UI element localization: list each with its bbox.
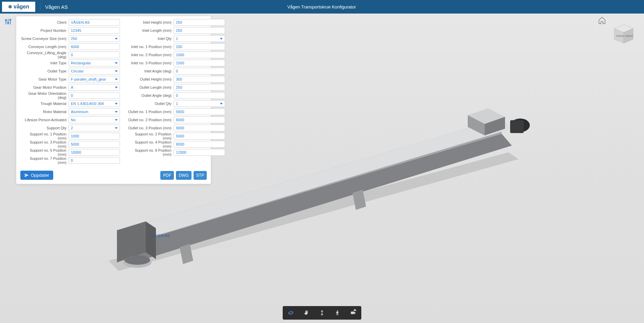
support-6-position-field[interactable] bbox=[174, 149, 225, 156]
support-1-position-field[interactable] bbox=[68, 133, 120, 139]
form-row: Inlet no. 3 Position (mm) bbox=[125, 59, 225, 67]
form-label: Support no. 1 Position (mm) bbox=[20, 132, 67, 140]
camera-tool[interactable] bbox=[348, 308, 358, 318]
form-grid: ClientProject NumberScrew Conveyor Size … bbox=[20, 18, 207, 165]
logo-icon: ❄ bbox=[8, 4, 12, 9]
form-label: Conveyor_Lifting_Angle (deg) bbox=[20, 51, 67, 59]
outlet-length-field[interactable] bbox=[174, 84, 225, 91]
inlet-length-field[interactable] bbox=[174, 27, 225, 34]
form-row: Support no. 1 Position (mm) bbox=[20, 132, 120, 140]
outlet-1-position-field[interactable] bbox=[174, 108, 225, 115]
inlet-angle-field[interactable] bbox=[174, 68, 225, 74]
inlet-height-field[interactable] bbox=[174, 19, 225, 26]
settings-icon[interactable] bbox=[3, 16, 14, 27]
form-label: Outlet Type bbox=[20, 69, 67, 73]
dwg-button[interactable]: DWG bbox=[176, 171, 191, 180]
viewcube-front-label: FRONT bbox=[616, 35, 625, 38]
support-qty-select[interactable]: 2 bbox=[68, 125, 120, 131]
form-label: Support no. 6 Position (mm) bbox=[125, 148, 172, 156]
form-label: Support no. 5 Position (mm) bbox=[20, 148, 67, 156]
form-row: Outlet Angle (deg) bbox=[125, 91, 225, 100]
gear-motor-position-select[interactable]: A bbox=[68, 84, 120, 91]
gear-motor-type-select[interactable]: F-parallel_shaft_gear bbox=[68, 76, 120, 83]
svg-marker-13 bbox=[117, 221, 146, 262]
inlet-1-position-field[interactable] bbox=[174, 43, 225, 50]
support-4-position-field[interactable] bbox=[174, 141, 225, 148]
company-name: Vågen AS bbox=[45, 4, 68, 10]
form-label: Inlet no. 3 Position (mm) bbox=[125, 61, 172, 65]
form-label: Outlet Qty bbox=[125, 102, 172, 106]
form-label: Outlet no. 1 Position (mm) bbox=[125, 110, 172, 114]
form-row: Support no. 7 Position (mm) bbox=[20, 156, 120, 165]
product-name: Vågen Transportskrue Konfigurator bbox=[287, 4, 356, 9]
orbit-tool[interactable] bbox=[286, 308, 296, 318]
svg-point-28 bbox=[337, 310, 338, 311]
svg-point-16 bbox=[124, 255, 150, 265]
pdf-button[interactable]: PDF bbox=[160, 171, 174, 180]
lifesize-person-select[interactable]: No bbox=[68, 116, 120, 123]
viewcube[interactable]: FRONT RIGHT bbox=[609, 19, 636, 46]
update-button-label: Oppdater bbox=[31, 173, 49, 178]
form-row: Rotor MaterialAluminium bbox=[20, 108, 120, 116]
conveyor-length-field[interactable] bbox=[68, 43, 120, 50]
gear-motor-orientation-field[interactable] bbox=[68, 92, 120, 99]
viewcube-right-label: RIGHT bbox=[626, 35, 633, 38]
app-header: ❄ vågen Vågen AS Vågen Transportskrue Ko… bbox=[0, 0, 644, 14]
outlet-2-position-field[interactable] bbox=[174, 116, 225, 123]
form-row: Client bbox=[20, 18, 120, 26]
svg-rect-23 bbox=[510, 120, 524, 133]
outlet-height-field[interactable] bbox=[174, 76, 225, 83]
outlet-3-position-field[interactable] bbox=[174, 125, 225, 131]
outlet-angle-field[interactable] bbox=[174, 92, 225, 99]
walk-tool[interactable] bbox=[333, 308, 342, 318]
form-row: Inlet Angle (deg) bbox=[125, 67, 225, 75]
company-logo[interactable]: ❄ vågen bbox=[2, 2, 35, 12]
client-field[interactable] bbox=[68, 19, 120, 26]
svg-point-22 bbox=[511, 119, 530, 132]
outlet-type-select[interactable]: Circular bbox=[68, 68, 120, 74]
svg-marker-17 bbox=[180, 244, 193, 264]
outlet-qty-select[interactable]: 1 bbox=[174, 100, 225, 107]
screw-conveyor-size-select[interactable]: 250 bbox=[68, 35, 120, 42]
form-row: Outlet Qty1 bbox=[125, 100, 225, 108]
svg-point-6 bbox=[10, 19, 11, 21]
pan-tool[interactable] bbox=[302, 308, 311, 318]
rotor-material-select[interactable]: Aluminium bbox=[68, 108, 120, 115]
stp-button[interactable]: STP bbox=[194, 171, 207, 180]
form-row: Support no. 6 Position (mm) bbox=[125, 148, 225, 156]
inlet-2-position-field[interactable] bbox=[174, 51, 225, 58]
vertical-move-tool[interactable] bbox=[317, 308, 327, 318]
svg-marker-14 bbox=[146, 221, 156, 259]
form-label: Gear Motor Position bbox=[20, 85, 67, 89]
form-label: Support no. 4 Position (mm) bbox=[125, 140, 172, 148]
inlet-qty-select[interactable]: 1 bbox=[174, 35, 225, 42]
paper-plane-icon bbox=[24, 173, 29, 177]
form-label: Gear Motor Orientation (deg) bbox=[20, 91, 67, 100]
form-row: Gear Motor TypeF-parallel_shaft_gear bbox=[20, 75, 120, 83]
support-2-position-field[interactable] bbox=[174, 133, 225, 139]
trough-material-select[interactable]: EN 1.4301/AISI 304 bbox=[68, 100, 120, 107]
inlet-type-select[interactable]: Rectangular bbox=[68, 60, 120, 66]
form-row: Inlet Length (mm) bbox=[125, 26, 225, 35]
conveyor-lifting-angle-field[interactable] bbox=[68, 51, 120, 58]
support-7-position-field[interactable] bbox=[68, 157, 120, 164]
svg-point-15 bbox=[123, 257, 152, 268]
project-number-field[interactable] bbox=[68, 27, 120, 34]
form-label: Conveyor Length (mm) bbox=[20, 45, 67, 49]
update-button[interactable]: Oppdater bbox=[20, 171, 53, 180]
support-5-position-field[interactable] bbox=[68, 149, 120, 156]
form-row: Outlet Length (mm) bbox=[125, 83, 225, 91]
form-label: Rotor Material bbox=[20, 110, 67, 114]
form-label: Outlet no. 2 Position (mm) bbox=[125, 118, 172, 122]
form-row: Screw Conveyor Size (mm)250 bbox=[20, 35, 120, 43]
form-row: Lifesize Person ActivatedNo bbox=[20, 116, 120, 124]
form-label: Project Number bbox=[20, 28, 67, 33]
form-row: Gear Motor PositionA bbox=[20, 83, 120, 91]
inlet-3-position-field[interactable] bbox=[174, 60, 225, 66]
render-label: VÅGEN AS bbox=[151, 234, 170, 238]
form-row: Gear Motor Orientation (deg) bbox=[20, 91, 120, 100]
support-3-position-field[interactable] bbox=[68, 141, 120, 148]
form-label: Trough Material bbox=[20, 102, 67, 106]
home-icon[interactable] bbox=[598, 16, 606, 26]
form-row: Conveyor Length (mm) bbox=[20, 43, 120, 51]
